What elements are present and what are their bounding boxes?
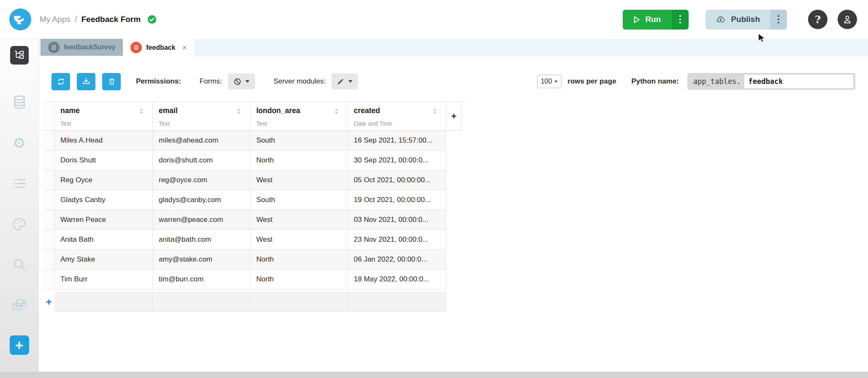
new-cell[interactable] [348, 292, 446, 312]
add-row-button[interactable]: + [43, 292, 54, 312]
plus-icon: + [15, 337, 24, 354]
row-gutter[interactable] [43, 210, 54, 230]
sort-icon[interactable] [335, 108, 338, 115]
add-component-button[interactable]: + [10, 335, 29, 355]
cell-created[interactable]: 16 Sep 2021, 15:57:00... [348, 131, 446, 151]
table-row[interactable]: Anita Bath anita@bath.com West 23 Nov 20… [43, 230, 466, 250]
column-header-email[interactable]: email Text [153, 102, 250, 131]
cell-email[interactable]: gladys@canby.com [153, 190, 250, 210]
row-gutter[interactable] [43, 131, 54, 151]
row-gutter[interactable] [43, 151, 54, 170]
rows-per-page-select[interactable]: 100 [537, 75, 562, 88]
cell-created[interactable]: 30 Sep 2021, 00:00:0... [348, 151, 446, 170]
cell-name[interactable]: Amy Stake [54, 250, 153, 270]
sort-icon[interactable] [433, 108, 437, 115]
column-header-created[interactable]: created Date and Time [348, 102, 446, 131]
cell-london-area[interactable]: West [250, 210, 348, 230]
cell-london-area[interactable]: West [250, 230, 348, 250]
publish-button[interactable]: Publish [705, 10, 770, 30]
column-header-london-area[interactable]: london_area Text [250, 102, 348, 131]
run-button-label: Run [645, 15, 661, 24]
sidebar-item-search[interactable] [10, 256, 29, 273]
python-name-input[interactable]: feedback [744, 75, 853, 88]
cell-name[interactable]: Warren Peace [54, 210, 153, 230]
sidebar-item-theme[interactable] [10, 216, 29, 232]
form-icon [48, 42, 60, 53]
tab-feedback[interactable]: feedback × [123, 39, 194, 56]
cell-email[interactable]: amy@stake.com [153, 250, 250, 270]
close-tab-icon[interactable]: × [182, 43, 187, 52]
cell-created[interactable]: 05 Oct 2021, 00:00:00... [348, 170, 446, 190]
data-table: name Text email Text london_area Text cr… [43, 102, 466, 312]
cell-email[interactable]: miles@ahead.com [153, 131, 250, 151]
help-button[interactable]: ? [808, 10, 827, 29]
add-row: + [43, 292, 466, 312]
sidebar-item-data-tables[interactable] [10, 94, 29, 111]
table-row[interactable]: Reg Oyce reg@oyce.com West 05 Oct 2021, … [43, 170, 466, 190]
add-column-button[interactable]: + [446, 102, 462, 131]
cell-created[interactable]: 18 May 2022, 00:00:0... [348, 270, 446, 289]
forms-label: Forms: [200, 77, 222, 86]
cell-email[interactable]: doris@shutt.com [153, 151, 250, 170]
account-button[interactable] [838, 10, 857, 29]
sidebar-item-email-services[interactable] [10, 297, 29, 313]
cell-name[interactable]: Reg Oyce [54, 170, 153, 190]
cell-london-area[interactable]: North [250, 270, 348, 289]
row-gutter[interactable] [43, 230, 54, 250]
row-gutter[interactable] [43, 170, 54, 190]
run-menu-button[interactable] [672, 10, 689, 30]
server-modules-permission-dropdown[interactable] [331, 73, 358, 89]
run-button[interactable]: Run [623, 10, 672, 30]
cell-email[interactable]: reg@oyce.com [153, 170, 250, 190]
refresh-button[interactable] [52, 73, 70, 90]
delete-table-button[interactable] [102, 73, 121, 90]
new-cell[interactable] [54, 292, 153, 312]
cell-created[interactable]: 19 Oct 2021, 00:00:00... [348, 190, 446, 210]
cell-london-area[interactable]: South [250, 131, 348, 151]
new-cell[interactable] [153, 292, 250, 312]
cell-created[interactable]: 06 Jan 2022, 00:00:0... [348, 250, 446, 270]
row-gutter[interactable] [43, 250, 54, 270]
cell-created[interactable]: 23 Nov 2021, 00:00:0... [348, 230, 446, 250]
publish-menu-button[interactable] [770, 10, 787, 30]
window-bottom-edge [0, 372, 868, 378]
cell-london-area[interactable]: North [250, 151, 348, 170]
cell-name[interactable]: Gladys Canby [54, 190, 153, 210]
play-icon [634, 16, 640, 23]
new-cell[interactable] [250, 292, 348, 312]
cell-london-area[interactable]: South [250, 190, 348, 210]
table-row[interactable]: Amy Stake amy@stake.com North 06 Jan 202… [43, 250, 466, 270]
cell-london-area[interactable]: North [250, 250, 348, 270]
breadcrumb-section[interactable]: My Apps [40, 15, 71, 24]
data-table-icon [130, 42, 142, 53]
sort-icon[interactable] [140, 108, 143, 115]
column-header-name[interactable]: name Text [54, 102, 153, 131]
cell-email[interactable]: anita@bath.com [153, 230, 250, 250]
sidebar-item-app-structure[interactable] [10, 46, 29, 65]
forms-permission-dropdown[interactable] [228, 73, 255, 89]
trash-icon [107, 77, 116, 86]
cell-name[interactable]: Doris Shutt [54, 151, 153, 170]
table-row[interactable]: Miles A.Head miles@ahead.com South 16 Se… [43, 131, 466, 151]
download-csv-button[interactable] [77, 73, 95, 90]
table-row[interactable]: Gladys Canby gladys@canby.com South 19 O… [43, 190, 466, 210]
cell-created[interactable]: 03 Nov 2021, 00:00:0... [348, 210, 446, 230]
sidebar-item-settings[interactable]: ⚙ [10, 135, 29, 151]
tab-feedbacksurvey[interactable]: feedbackSurvey [41, 39, 123, 56]
column-name: london_area [256, 106, 335, 115]
publish-button-label: Publish [731, 15, 760, 24]
table-row[interactable]: Warren Peace warren@peace.com West 03 No… [43, 210, 466, 230]
row-gutter[interactable] [43, 270, 54, 289]
sidebar-item-app-logs[interactable] [10, 175, 29, 192]
sort-icon[interactable] [237, 108, 241, 115]
cell-name[interactable]: Miles A.Head [54, 131, 153, 151]
cell-email[interactable]: warren@peace.com [153, 210, 250, 230]
table-row[interactable]: Doris Shutt doris@shutt.com North 30 Sep… [43, 151, 466, 170]
cell-name[interactable]: Tim Burr [54, 270, 153, 289]
table-row[interactable]: Tim Burr tim@burr.com North 18 May 2022,… [43, 270, 466, 289]
cell-name[interactable]: Anita Bath [54, 230, 153, 250]
anvil-logo-icon[interactable] [9, 8, 31, 30]
cell-london-area[interactable]: West [250, 170, 348, 190]
row-gutter[interactable] [43, 190, 54, 210]
cell-email[interactable]: tim@burr.com [153, 270, 250, 289]
